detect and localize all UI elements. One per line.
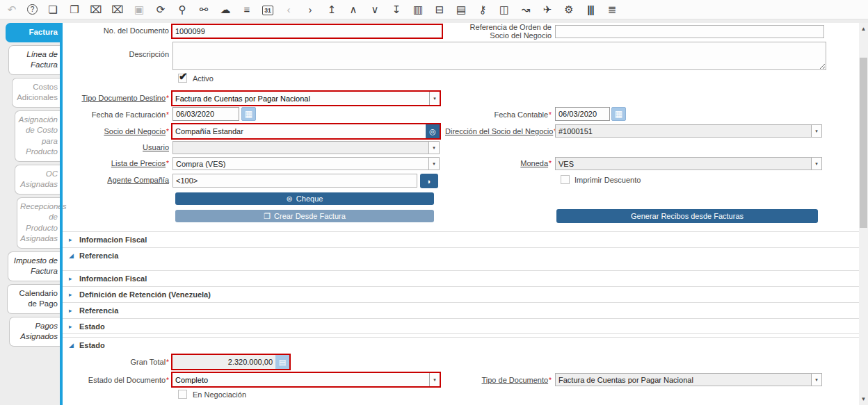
chevron-down-icon[interactable]: ▾ bbox=[429, 92, 440, 105]
calendar-picker-icon: ▦ bbox=[245, 109, 252, 119]
help-icon[interactable]: ? bbox=[27, 4, 38, 15]
date-acct-calendar-button[interactable]: ▦ bbox=[611, 107, 626, 121]
bp-location-label[interactable]: Dirección del Socio del Negocio* bbox=[445, 127, 552, 135]
sidebar-tab-asignaci-n-de-costo-para-producto[interactable]: Asignación de Costo para Producto bbox=[15, 110, 63, 162]
chevron-down-icon[interactable]: ▾ bbox=[429, 373, 440, 386]
new-record-icon[interactable]: ❏ bbox=[47, 3, 59, 17]
sales-rep-label[interactable]: Agente Compañía bbox=[66, 176, 169, 184]
description-textarea[interactable] bbox=[172, 42, 826, 70]
detail-record-icon[interactable]: › bbox=[304, 3, 316, 17]
currency-label[interactable]: Moneda* bbox=[445, 159, 552, 167]
delete-selection-icon[interactable]: ⌧ bbox=[111, 3, 124, 17]
bp-order-ref-input[interactable] bbox=[555, 25, 824, 38]
doc-status-select[interactable]: Completo ▾ bbox=[172, 373, 440, 386]
print-discount-checkbox[interactable] bbox=[561, 175, 570, 184]
chevron-down-icon[interactable]: ▾ bbox=[428, 142, 439, 154]
cheque-button[interactable]: ⊚Cheque bbox=[175, 192, 434, 205]
sidebar-tab-impuesto-de-factura[interactable]: Impuesto de Factura bbox=[8, 251, 63, 281]
target-doc-type-label[interactable]: Tipo Documento Destino* bbox=[66, 94, 169, 102]
bp-location-select[interactable]: #1000151 ▾ bbox=[555, 124, 822, 138]
user-label[interactable]: Usuario bbox=[66, 143, 169, 151]
target-doc-type-field-wrapper: Factura de Cuentas por Pagar Nacional ▾ bbox=[171, 90, 441, 106]
collapse-triangle-icon: ◢ bbox=[69, 342, 75, 349]
sidebar-tab-costos-adicionales[interactable]: Costos Adicionales bbox=[12, 78, 63, 108]
section-header-estado[interactable]: ▸Estado bbox=[63, 318, 859, 333]
date-invoiced-calendar-button[interactable]: ▦ bbox=[241, 107, 256, 121]
date-acct-input[interactable] bbox=[555, 107, 610, 121]
next-record-icon[interactable]: ∨ bbox=[369, 3, 381, 17]
section-header-estado-expanded[interactable]: ◢ Estado bbox=[63, 337, 859, 352]
section-header-informacion-fiscal[interactable]: ▸Informacion Fiscal bbox=[63, 231, 859, 247]
sidebar-tab-pagos-asignados[interactable]: Pagos Asignados bbox=[9, 317, 63, 347]
collapse-triangle-icon: ◢ bbox=[69, 252, 75, 259]
sidebar-tab-oc-asignadas[interactable]: OC Asignadas bbox=[15, 165, 63, 195]
target-doc-type-select[interactable]: Factura de Cuentas por Pagar Nacional ▾ bbox=[172, 92, 440, 105]
grand-total-field-wrapper: ▤ bbox=[171, 354, 291, 370]
crear-desde-factura-button[interactable]: ❐Crear Desde Factura bbox=[175, 210, 434, 222]
sidebar-tab-recepciones-de-producto-asignadas[interactable]: Recepciones de Producto Asignadas bbox=[17, 197, 63, 249]
chevron-down-icon[interactable]: ▾ bbox=[811, 374, 821, 386]
currency-select[interactable]: VES ▾ bbox=[555, 157, 822, 170]
first-record-icon[interactable]: ↥ bbox=[326, 3, 338, 17]
doc-status-label: Estado del Documento* bbox=[66, 376, 169, 384]
workflow-icon[interactable]: ↝ bbox=[520, 3, 532, 17]
menu-icon[interactable]: ≡ bbox=[241, 3, 253, 17]
generar-recibos-button[interactable]: Generar Recibos desde Facturas bbox=[556, 209, 818, 223]
attachment-icon[interactable]: ⚯ bbox=[198, 3, 210, 17]
archive-icon[interactable]: ⊟ bbox=[433, 3, 446, 17]
sidebar-tab-factura[interactable]: Factura bbox=[6, 23, 63, 42]
description-label: Descripción bbox=[66, 50, 169, 58]
bpartner-field-wrapper: ◎ bbox=[171, 123, 441, 140]
search-icon[interactable]: ⚲ bbox=[176, 3, 188, 17]
collapse-triangle-icon: ▸ bbox=[69, 307, 75, 314]
in-dispute-checkbox[interactable] bbox=[178, 390, 187, 399]
parent-record-icon: ‹ bbox=[282, 3, 295, 17]
grand-total-input[interactable] bbox=[172, 355, 275, 369]
doc-no-input[interactable] bbox=[172, 25, 442, 38]
barcode-icon[interactable]: ||| bbox=[584, 3, 597, 17]
date-invoiced-input[interactable] bbox=[172, 107, 239, 121]
section-header-definici-n-de-retenci-n-venezuela-[interactable]: ▸Definición de Retención (Venezuela) bbox=[63, 286, 859, 301]
doc-type-select[interactable]: Factura de Cuentas por Pagar Nacional ▾ bbox=[555, 373, 822, 386]
chevron-down-icon[interactable]: ▾ bbox=[811, 125, 821, 137]
section-header-referencia[interactable]: ▸Referencia bbox=[63, 302, 859, 317]
bpartner-input[interactable] bbox=[172, 124, 426, 138]
doc-type-label[interactable]: Tipo de Documento* bbox=[445, 376, 552, 384]
print-icon[interactable]: ▤ bbox=[455, 3, 467, 17]
print-discount-label: Imprimir Descuento bbox=[574, 176, 641, 184]
section-header-informacion-fiscal[interactable]: ▸Informacion Fiscal bbox=[63, 270, 859, 286]
tab-sidebar: FacturaLínea de FacturaCostos Adicionale… bbox=[0, 23, 63, 405]
grand-total-calculator-button[interactable]: ▤ bbox=[275, 355, 289, 369]
price-list-label[interactable]: Lista de Precios* bbox=[66, 159, 169, 167]
chevron-down-icon[interactable]: ▾ bbox=[811, 158, 821, 170]
previous-record-icon[interactable]: ∧ bbox=[347, 3, 360, 17]
vertical-scrollbar[interactable]: ▲ ▼ bbox=[859, 23, 868, 405]
price-list-select[interactable]: Compra (VES) ▾ bbox=[172, 157, 440, 170]
refresh-icon[interactable]: ⟳ bbox=[154, 3, 167, 17]
user-select[interactable]: ▾ bbox=[172, 141, 440, 154]
active-checkbox[interactable]: ✔ bbox=[178, 74, 187, 83]
active-tab-accent-bar bbox=[60, 23, 63, 405]
sidebar-tab-l-nea-de-factura[interactable]: Línea de Factura bbox=[8, 45, 63, 75]
zoom-across-icon[interactable]: ◫ bbox=[498, 3, 511, 17]
last-record-icon[interactable]: ↧ bbox=[390, 3, 403, 17]
send-icon[interactable]: ✈ bbox=[541, 3, 554, 17]
scrollbar-thumb[interactable] bbox=[860, 58, 867, 228]
scroll-down-icon[interactable]: ▼ bbox=[859, 395, 868, 404]
sidebar-tab-calendario-de-pago[interactable]: Calendario de Pago bbox=[7, 284, 63, 314]
copy-record-icon[interactable]: ❐ bbox=[68, 3, 81, 17]
settings-icon[interactable]: ⚙ bbox=[563, 3, 575, 17]
bpartner-info-button[interactable]: ◎ bbox=[426, 124, 440, 138]
delete-record-icon[interactable]: ⌧ bbox=[90, 3, 102, 17]
sales-rep-input[interactable] bbox=[172, 174, 417, 188]
chevron-down-icon[interactable]: ▾ bbox=[428, 158, 439, 170]
section-header-referencia[interactable]: ◢Referencia bbox=[63, 247, 859, 263]
chat-icon[interactable]: ☁ bbox=[219, 3, 232, 17]
sales-rep-picker-button[interactable]: ◗ bbox=[420, 174, 438, 188]
report-icon[interactable]: ▥ bbox=[412, 3, 424, 17]
scroll-up-icon[interactable]: ▲ bbox=[859, 24, 868, 33]
calendar-icon[interactable]: 31 bbox=[262, 6, 273, 15]
form-icon[interactable]: ≣ bbox=[606, 3, 618, 17]
bpartner-label[interactable]: Socio del Negocio* bbox=[66, 127, 169, 135]
lock-icon[interactable]: ⚷ bbox=[476, 3, 489, 17]
